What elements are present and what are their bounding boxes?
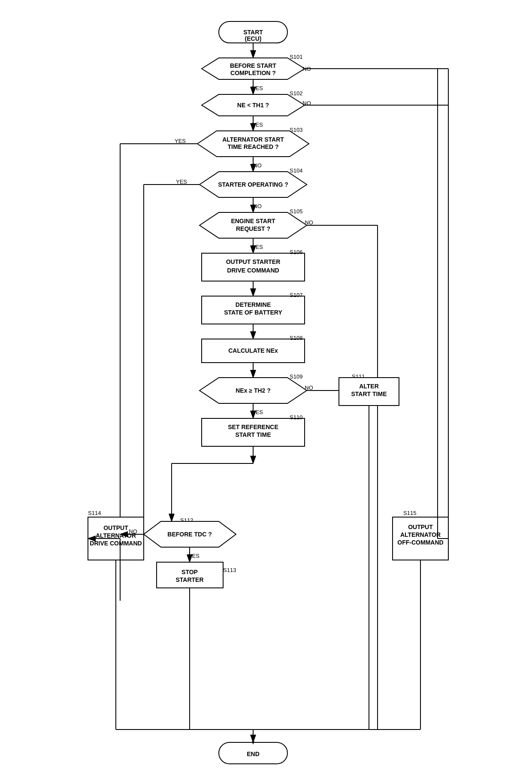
- s110-label: S110: [290, 414, 302, 421]
- start-label: START: [243, 29, 263, 36]
- s103-text2: TIME REACHED ?: [228, 143, 279, 150]
- s108-label: S108: [290, 335, 302, 341]
- s104-yes-label: YES: [176, 179, 187, 185]
- s106-text1: OUTPUT STARTER: [226, 258, 281, 265]
- end-label: END: [247, 751, 260, 757]
- s112-no-label: NO: [129, 528, 137, 535]
- s104-text: STARTER OPERATING ?: [218, 181, 288, 188]
- flowchart-diagram: START (ECU) BEFORE START COMPLETION ? S1…: [77, 9, 455, 772]
- s101-text2: COMPLETION ?: [230, 70, 276, 76]
- s113-text1: STOP: [181, 569, 198, 575]
- s104-no-label: NO: [253, 203, 262, 209]
- s105-text1: ENGINE START: [231, 218, 275, 224]
- s103-label: S103: [290, 127, 302, 133]
- s105-no-label: NO: [305, 219, 313, 226]
- s103-text1: ALTERNATOR START: [222, 136, 284, 143]
- s101-text1: BEFORE START: [230, 62, 276, 69]
- s105-text2: REQUEST ?: [236, 225, 270, 232]
- s102-label: S102: [290, 90, 302, 97]
- s112-text: BEFORE TDC ?: [167, 531, 212, 538]
- s104-label: S104: [290, 167, 302, 174]
- s107-text1: DETERMINE: [236, 301, 271, 308]
- s115-label: S115: [403, 510, 416, 516]
- s109-text: NEx ≥ TH2 ?: [236, 387, 271, 394]
- s114-text3: DRIVE COMMAND: [90, 540, 142, 547]
- s107-text2: STATE OF BATTERY: [224, 309, 282, 316]
- s103-yes-label: YES: [175, 138, 186, 144]
- s115-text2: ALTERNATOR: [400, 531, 441, 538]
- s114-text1: OUTPUT: [103, 524, 128, 531]
- s105-yes-label: YES: [252, 244, 263, 250]
- s115-text1: OUTPUT: [408, 524, 433, 530]
- s114-label: S114: [88, 510, 101, 516]
- s112-yes-label: YES: [188, 553, 200, 559]
- s102-no-label: NO: [302, 100, 311, 106]
- start-label2: (ECU): [245, 35, 262, 42]
- s109-no-label: NO: [305, 384, 313, 391]
- s103-no-label: NO: [253, 162, 262, 169]
- s110-text1: SET REFERENCE: [228, 424, 278, 430]
- s113-text2: STARTER: [175, 576, 203, 583]
- s111-text1: ALTER: [359, 383, 379, 390]
- s109-yes-label: YES: [252, 409, 263, 415]
- s111-text2: START TIME: [351, 390, 387, 397]
- s108-text: CALCULATE NEx: [228, 347, 278, 354]
- s109-label: S109: [290, 373, 302, 380]
- s102-yes-label: YES: [252, 121, 263, 128]
- s110-text2: START TIME: [236, 431, 271, 438]
- s101-yes-label: YES: [252, 85, 263, 91]
- s115-text3: OFF-COMMAND: [397, 539, 443, 546]
- s113-label: S113: [223, 567, 236, 573]
- s105-label: S105: [290, 208, 302, 215]
- s101-label: S101: [290, 54, 302, 60]
- s106-text2: DRIVE COMMAND: [227, 267, 279, 274]
- s106-label: S106: [290, 249, 302, 255]
- s107-label: S107: [290, 292, 302, 298]
- s102-text: NE < TH1 ?: [237, 102, 269, 109]
